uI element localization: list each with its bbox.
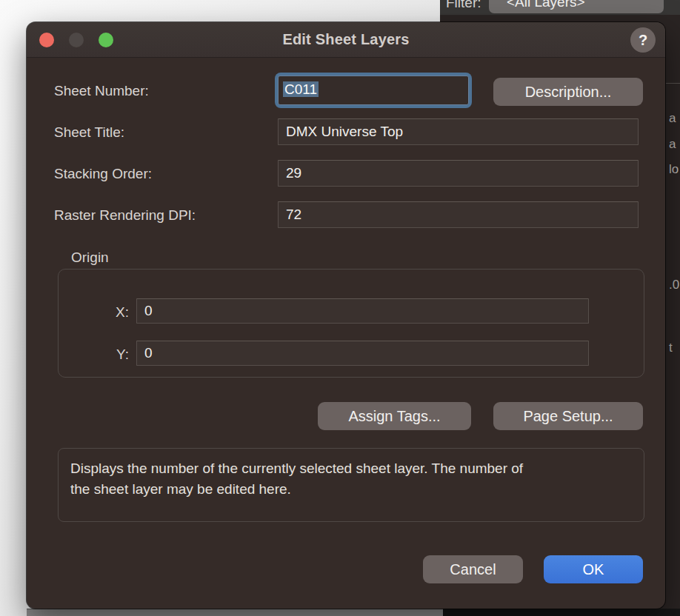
help-button[interactable]: ? (630, 27, 656, 53)
filter-dropdown[interactable]: <All Layers> (489, 0, 664, 13)
origin-x-input[interactable]: 0 (136, 298, 589, 324)
edit-sheet-layers-dialog: Edit Sheet Layers ? Sheet Number: C011 D… (27, 22, 665, 609)
sheet-title-input[interactable]: DMX Universe Top (278, 118, 639, 145)
background-window-edge-dark (443, 609, 680, 616)
sheet-number-focus-ring: C011 (275, 73, 472, 108)
help-text-line: the sheet layer may be edited here. (70, 479, 632, 500)
sheet-number-input[interactable]: C011 (278, 76, 469, 105)
origin-y-label: Y: (92, 346, 129, 363)
contextual-help-box: Displays the number of the currently sel… (58, 448, 644, 522)
background-text-fragment: .0 (669, 278, 679, 292)
description-button[interactable]: Description... (493, 78, 643, 106)
cancel-button[interactable]: Cancel (423, 555, 523, 583)
filter-label: Filter: (446, 0, 481, 11)
raster-dpi-input[interactable]: 72 (278, 201, 639, 228)
background-text-fragment: a (669, 137, 676, 152)
origin-group-label: Origin (71, 250, 109, 266)
stacking-order-label: Stacking Order: (54, 166, 152, 182)
background-text-fragment: a (669, 111, 676, 126)
sheet-number-label: Sheet Number: (54, 83, 149, 99)
origin-groupbox: X: 0 Y: 0 (58, 269, 644, 378)
background-filter-bar: Filter: <All Layers> (440, 0, 680, 15)
origin-x-label: X: (92, 304, 129, 321)
background-window-edge (27, 609, 443, 616)
origin-y-input[interactable]: 0 (136, 341, 589, 366)
stacking-order-input[interactable]: 29 (278, 160, 639, 187)
titlebar[interactable]: Edit Sheet Layers ? (27, 22, 665, 58)
background-divider (666, 83, 680, 84)
ok-button[interactable]: OK (544, 555, 643, 583)
background-text-fragment: lo (669, 162, 679, 177)
selected-text: C011 (283, 81, 319, 97)
background-text-fragment: t (669, 341, 673, 355)
assign-tags-button[interactable]: Assign Tags... (318, 402, 471, 430)
dialog-title: Edit Sheet Layers (27, 31, 665, 48)
sheet-title-label: Sheet Title: (54, 124, 124, 141)
raster-dpi-label: Raster Rendering DPI: (54, 207, 196, 224)
page-setup-button[interactable]: Page Setup... (493, 402, 643, 430)
help-text-line: Displays the number of the currently sel… (70, 458, 632, 479)
